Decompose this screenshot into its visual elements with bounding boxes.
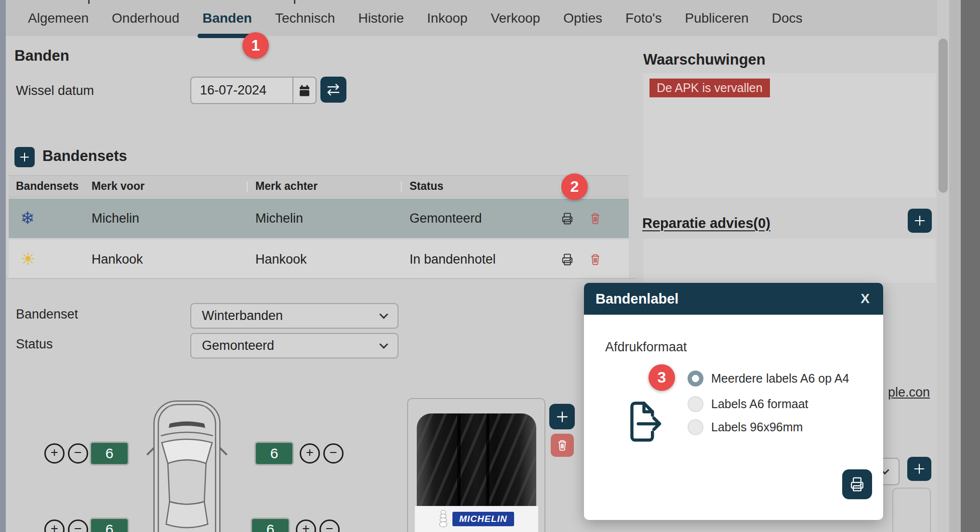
- pressure-decrease-front-left[interactable]: −: [68, 443, 88, 464]
- status-label: Status: [16, 337, 53, 352]
- modal-title: Bandenlabel: [596, 291, 678, 307]
- pressure-decrease-rear-right[interactable]: −: [319, 519, 340, 532]
- swap-arrows-icon: [325, 81, 342, 98]
- michelin-man-icon: [437, 509, 450, 529]
- tab-opties[interactable]: Opties: [552, 0, 614, 36]
- wissel-datum-label: Wissel datum: [16, 83, 94, 98]
- wissel-datum-input[interactable]: 16-07-2024: [190, 77, 317, 104]
- michelin-logo: MICHELIN: [452, 512, 514, 526]
- trash-icon: [588, 253, 602, 266]
- pressure-increase-front-left[interactable]: +: [44, 443, 65, 464]
- table-header: Bandensets Merk voor Merk achter Status: [9, 175, 629, 197]
- left-edge-strip: [0, 0, 6, 532]
- radio-option-96x96[interactable]: Labels 96x96mm: [688, 419, 803, 435]
- window-edge: [961, 0, 980, 532]
- radio-unselected-icon[interactable]: [688, 396, 703, 412]
- status-select[interactable]: Gemonteerd: [190, 333, 398, 359]
- plus-icon: [912, 213, 927, 228]
- modal-header: Bandenlabel X: [584, 283, 883, 315]
- warnings-title: Waarschuwingen: [643, 51, 766, 68]
- printer-icon: [560, 211, 575, 226]
- export-file-icon: [621, 395, 669, 448]
- add-photo-button[interactable]: [549, 404, 575, 429]
- col-bandensets: Bandensets: [9, 176, 83, 197]
- cell-merk-voor: Hankook: [83, 252, 247, 267]
- clipped-content-tick: [294, 0, 295, 4]
- trash-icon: [588, 212, 602, 226]
- app-screen: Algemeen Onderhoud Banden Technisch Hist…: [0, 0, 980, 532]
- snowflake-icon: ❄: [9, 210, 83, 227]
- col-status: Status: [401, 176, 560, 197]
- plus-icon: [18, 150, 31, 164]
- cell-merk-voor: Michelin: [83, 211, 247, 226]
- radio-selected-icon[interactable]: [688, 371, 703, 386]
- swap-tires-button[interactable]: [320, 77, 346, 103]
- print-label-button[interactable]: [560, 252, 575, 267]
- pressure-decrease-front-right[interactable]: −: [323, 443, 344, 464]
- pressure-decrease-rear-left[interactable]: −: [68, 519, 88, 532]
- cell-status: Gemonteerd: [401, 211, 560, 226]
- pressure-increase-rear-right[interactable]: +: [296, 519, 316, 532]
- col-merk-achter: Merk achter: [247, 176, 401, 197]
- delete-bandenset-button[interactable]: [588, 253, 602, 266]
- tab-onderhoud[interactable]: Onderhoud: [100, 0, 191, 36]
- sidebar-add-button[interactable]: [907, 457, 931, 481]
- repair-advice-title[interactable]: Reparatie advies(0): [642, 215, 770, 231]
- table-row-winterbanden[interactable]: ❄ Michelin Michelin Gemonteerd: [9, 199, 629, 238]
- plus-icon: [912, 461, 927, 477]
- tab-banden[interactable]: Banden: [191, 0, 264, 36]
- car-top-view-diagram: [144, 399, 230, 532]
- email-link-fragment[interactable]: ple.con: [888, 385, 930, 400]
- cell-status: In bandenhotel: [401, 252, 560, 267]
- pressure-value-front-right: 6: [254, 441, 294, 466]
- tab-algemeen[interactable]: Algemeen: [16, 0, 100, 36]
- plus-icon: [554, 409, 570, 425]
- tab-docs[interactable]: Docs: [760, 0, 814, 36]
- step-badge-1: 1: [242, 32, 269, 59]
- chevron-down-icon: [379, 340, 388, 348]
- print-format-label: Afdrukformaat: [605, 340, 883, 355]
- warning-badge: De APK is vervallen: [649, 79, 770, 97]
- pressure-increase-front-right[interactable]: +: [300, 443, 320, 464]
- close-icon[interactable]: X: [861, 291, 870, 306]
- print-label-button[interactable]: [560, 211, 575, 226]
- add-bandenset-button[interactable]: [14, 147, 35, 167]
- tire-photo: MICHELIN: [417, 413, 536, 532]
- tab-verkoop[interactable]: Verkoop: [479, 0, 552, 36]
- bandenset-label: Bandenset: [16, 307, 78, 322]
- calendar-icon[interactable]: [292, 78, 316, 103]
- tire-photo-frame: MICHELIN: [407, 398, 545, 532]
- table-row-zomerbanden[interactable]: ☀ Hankook Hankook In bandenhotel: [9, 239, 629, 279]
- page-title: Banden: [14, 47, 69, 65]
- tab-historie[interactable]: Historie: [346, 0, 415, 36]
- radio-unselected-icon[interactable]: [688, 419, 703, 435]
- radio-option-a6-op-a4[interactable]: Meerdere labels A6 op A4: [688, 371, 849, 386]
- tab-publiceren[interactable]: Publiceren: [673, 0, 760, 36]
- step-badge-3: 3: [649, 364, 675, 391]
- clipped-content-tick: [88, 0, 90, 4]
- printer-icon: [560, 252, 575, 267]
- tab-inkoop[interactable]: Inkoop: [415, 0, 479, 36]
- pressure-value-front-left: 6: [90, 441, 129, 466]
- tab-fotos[interactable]: Foto's: [614, 0, 673, 36]
- pressure-increase-rear-left[interactable]: +: [44, 519, 65, 532]
- delete-bandenset-button[interactable]: [588, 212, 602, 226]
- bandensets-table: Bandensets Merk voor Merk achter Status …: [9, 175, 629, 279]
- repair-advice-panel: [643, 239, 936, 283]
- sun-icon: ☀: [9, 251, 83, 268]
- bandenset-select[interactable]: Winterbanden: [190, 303, 398, 329]
- divider: [6, 278, 637, 279]
- bandensets-title: Bandensets: [42, 147, 127, 165]
- warnings-panel: De APK is vervallen: [643, 73, 936, 198]
- date-value[interactable]: 16-07-2024: [191, 78, 292, 103]
- tab-technisch[interactable]: Technisch: [264, 0, 347, 36]
- printer-icon: [848, 475, 866, 493]
- modal-print-button[interactable]: [842, 469, 872, 499]
- radio-option-a6-formaat[interactable]: Labels A6 formaat: [688, 396, 808, 412]
- col-merk-voor: Merk voor: [83, 176, 247, 197]
- delete-photo-button[interactable]: [551, 434, 574, 457]
- step-badge-2: 2: [561, 173, 588, 200]
- scrollbar-thumb[interactable]: [939, 39, 948, 193]
- chevron-down-icon: [379, 310, 388, 319]
- add-repair-advice-button[interactable]: [908, 209, 932, 233]
